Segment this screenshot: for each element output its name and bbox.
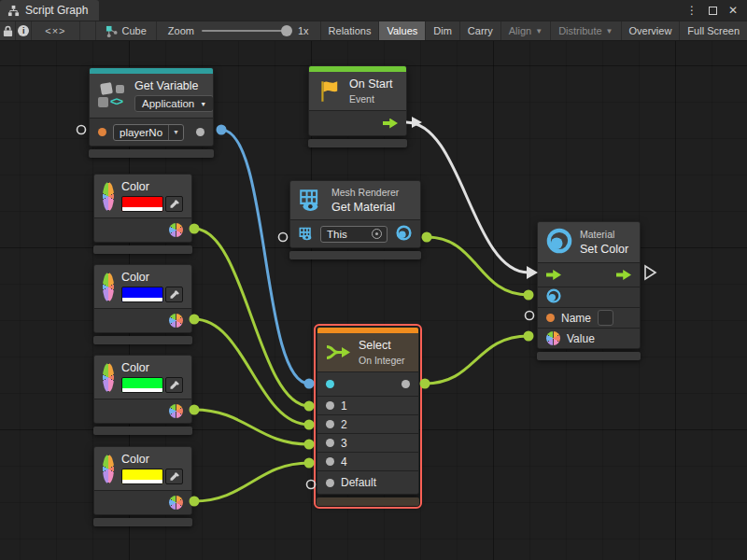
toggle-carry[interactable]: Carry: [460, 21, 501, 40]
color-wheel-icon: [103, 455, 114, 483]
node-footer: [93, 336, 192, 344]
material-icon: [546, 228, 572, 257]
graph-canvas[interactable]: <> Get Variable Application▼ playerNo ▼: [0, 41, 747, 560]
node-color-yellow[interactable]: Color: [93, 446, 192, 526]
eyedropper-icon: [169, 380, 180, 391]
window-menu-button[interactable]: ⋮: [684, 2, 700, 19]
color-swatch[interactable]: [121, 377, 163, 393]
wire-getmaterial-to-setcolor[interactable]: [427, 237, 529, 295]
port-value-output[interactable]: [196, 128, 204, 136]
zoom-control: Zoom 1x: [157, 21, 320, 40]
color-swatch[interactable]: [121, 196, 163, 212]
port-default-input[interactable]: [326, 479, 334, 487]
maximize-button[interactable]: [704, 2, 721, 19]
node-subtitle: On Integer: [359, 355, 405, 366]
overview-button[interactable]: Overview: [622, 21, 681, 40]
node-color-blue[interactable]: Color: [93, 264, 192, 344]
eyedropper-button[interactable]: [165, 377, 183, 393]
tab-script-graph[interactable]: Script Graph: [0, 0, 99, 21]
fullscreen-button[interactable]: Full Screen: [680, 21, 747, 40]
node-color-green[interactable]: Color: [93, 355, 192, 435]
chevron-down-icon: ▼: [168, 125, 183, 140]
port-branch-2[interactable]: [326, 420, 334, 428]
eyedropper-button[interactable]: [165, 469, 183, 484]
node-footer: [93, 245, 192, 254]
title-bar: Script Graph ⋮ ✕: [0, 0, 747, 21]
variable-icon: <>: [98, 82, 127, 109]
zoom-value: 1x: [298, 25, 309, 36]
node-on-start[interactable]: On Start Event: [308, 65, 407, 147]
distribute-dropdown[interactable]: Distribute▼: [551, 21, 621, 40]
port-color-output[interactable]: [169, 496, 183, 510]
lock-button[interactable]: [0, 21, 16, 40]
wire-color3-to-select[interactable]: [194, 410, 309, 444]
toggle-dim[interactable]: Dim: [426, 21, 460, 40]
graph-toolbar: i <×> Cube Zoom 1x Relations Values Dim: [0, 21, 747, 41]
toggle-relations[interactable]: Relations: [321, 21, 380, 40]
variable-name-field[interactable]: playerNo ▼: [113, 124, 184, 141]
color-wheel-icon: [103, 363, 114, 392]
script-graph-window: Script Graph ⋮ ✕ i <×>: [0, 0, 747, 560]
align-dropdown[interactable]: Align▼: [501, 21, 551, 40]
zoom-slider-handle[interactable]: [281, 25, 292, 36]
port-flow-output[interactable]: [616, 270, 631, 280]
port-selector-input[interactable]: [326, 380, 334, 388]
port-color-output[interactable]: [169, 404, 183, 418]
node-title: Select: [359, 339, 391, 352]
eyedropper-button[interactable]: [165, 196, 183, 212]
port-flow-input[interactable]: [546, 270, 561, 280]
color-swatch[interactable]: [121, 469, 163, 484]
branch-label: 4: [341, 455, 347, 469]
port-branch-1[interactable]: [326, 401, 334, 410]
port-value-input[interactable]: [546, 331, 560, 345]
name-value-field[interactable]: [598, 310, 613, 326]
node-footer: [317, 497, 419, 506]
node-color-red[interactable]: Color: [93, 174, 192, 254]
port-branch-3[interactable]: [326, 439, 334, 447]
eyedropper-button[interactable]: [165, 287, 183, 302]
branch-label: 1: [341, 399, 347, 413]
port-variable-name-input[interactable]: [98, 128, 106, 136]
eyedropper-icon: [169, 471, 180, 483]
zoom-slider[interactable]: [202, 30, 290, 32]
color-wheel-icon: [103, 182, 114, 211]
port-material-input[interactable]: [546, 288, 561, 306]
toggle-values[interactable]: Values: [379, 21, 426, 40]
wire-onstart-to-setcolor[interactable]: [406, 122, 529, 273]
node-footer: [537, 352, 641, 360]
chevron-down-icon: ▼: [535, 27, 543, 35]
port-color-output[interactable]: [169, 314, 183, 328]
target-self-field[interactable]: This: [320, 226, 388, 243]
port-selection-output[interactable]: [402, 380, 410, 388]
node-footer: [93, 427, 192, 435]
graph-target-breadcrumb[interactable]: Cube: [95, 21, 157, 40]
value-label: Value: [567, 332, 595, 345]
port-flow-output[interactable]: [383, 119, 398, 129]
zoom-label: Zoom: [168, 25, 194, 36]
port-name-input[interactable]: [546, 314, 555, 322]
node-footer: [93, 518, 192, 526]
code-icon: <×>: [45, 25, 65, 36]
mesh-renderer-icon: [299, 189, 324, 212]
eyedropper-icon: [169, 199, 180, 210]
wire-color4-to-select[interactable]: [194, 463, 309, 501]
wire-select-to-value[interactable]: [425, 336, 529, 384]
color-wheel-icon: [103, 273, 114, 301]
port-branch-4[interactable]: [326, 457, 334, 466]
node-title: On Start: [349, 77, 393, 91]
chevron-down-icon: ▼: [606, 27, 613, 35]
node-get-material[interactable]: Mesh Renderer Get Material This: [289, 180, 421, 259]
inspect-button[interactable]: i: [16, 21, 32, 40]
object-picker-icon[interactable]: [372, 229, 382, 239]
unconnected-flow-indicator: [645, 266, 655, 279]
port-color-output[interactable]: [169, 223, 183, 237]
node-select[interactable]: Select On Integer 1 2: [317, 327, 419, 506]
node-get-variable[interactable]: <> Get Variable Application▼ playerNo ▼: [89, 67, 214, 158]
color-swatch[interactable]: [121, 287, 163, 302]
edit-script-button[interactable]: <×>: [32, 21, 79, 40]
variable-scope-dropdown[interactable]: Application▼: [134, 95, 214, 112]
port-material-output[interactable]: [396, 225, 412, 244]
close-button[interactable]: ✕: [725, 2, 741, 19]
node-footer: [89, 149, 214, 158]
node-set-color[interactable]: Material Set Color: [537, 221, 641, 360]
